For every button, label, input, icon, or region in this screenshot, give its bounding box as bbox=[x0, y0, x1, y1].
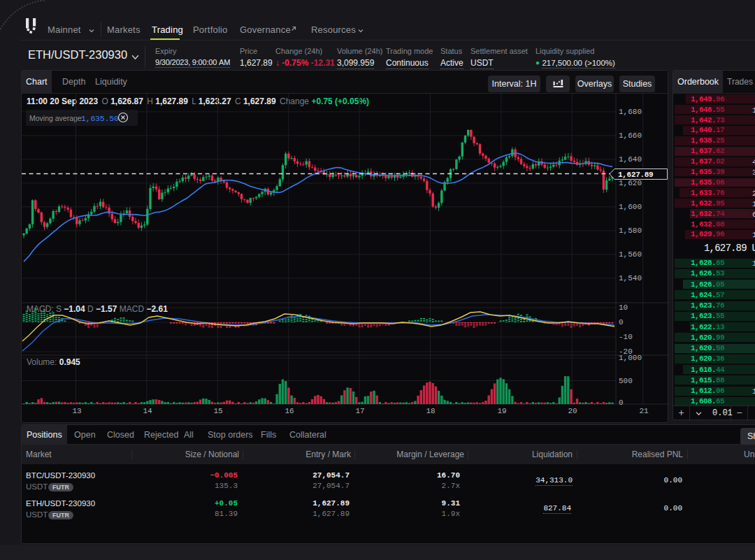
svg-text:1,627.89: 1,627.89 bbox=[618, 171, 653, 179]
